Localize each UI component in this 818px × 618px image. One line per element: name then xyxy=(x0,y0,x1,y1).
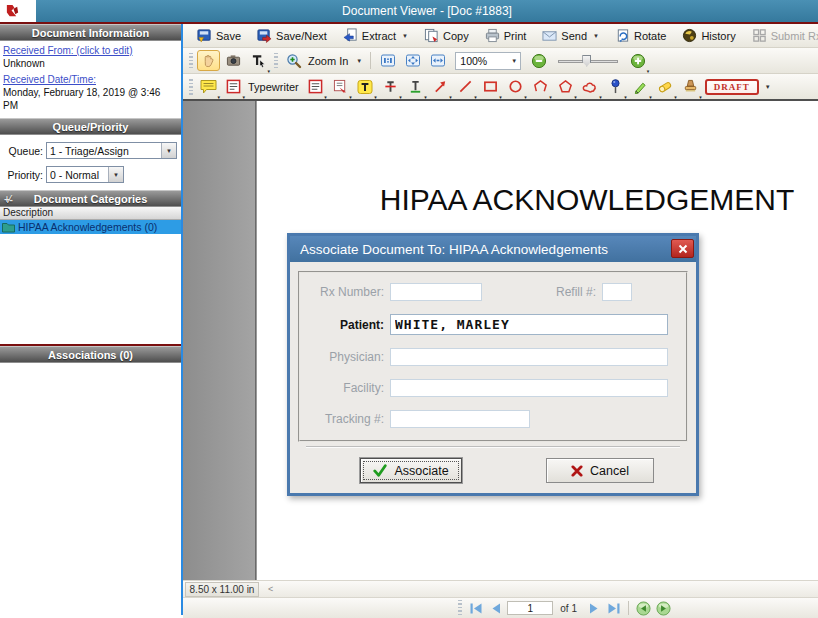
dialog-titlebar[interactable]: Associate Document To: HIPAA Acknowledge… xyxy=(290,236,696,262)
underline-text-tool-button[interactable] xyxy=(404,76,427,97)
dialog-close-button[interactable] xyxy=(671,239,694,258)
queue-select[interactable]: 1 - Triage/Assign ▼ xyxy=(46,142,177,159)
priority-select[interactable]: 0 - Normal ▼ xyxy=(46,166,124,183)
associate-button[interactable]: Associate xyxy=(360,458,462,483)
facility-input[interactable] xyxy=(390,379,668,397)
send-button[interactable]: Send ▼ xyxy=(537,26,604,46)
document-categories-header-label: Document Categories xyxy=(34,193,148,205)
category-row-selected[interactable]: HIPAA Acknowledgements (0) xyxy=(0,220,181,234)
toolbar-separator xyxy=(370,52,371,69)
hand-tool-button[interactable] xyxy=(197,50,220,71)
patient-input[interactable] xyxy=(390,314,668,335)
zoom-mode-dropdown-arrow-icon[interactable]: ▼ xyxy=(356,58,362,64)
toolbar-grip[interactable] xyxy=(189,79,193,95)
send-icon xyxy=(542,28,557,43)
toolbar-grip[interactable] xyxy=(274,53,278,69)
text-note-tool-button[interactable] xyxy=(222,76,245,97)
pdf-app-icon xyxy=(5,4,20,19)
history-back-button[interactable] xyxy=(635,600,652,616)
select-text-tool-button[interactable] xyxy=(247,50,270,71)
dialog-close-icon xyxy=(678,244,688,254)
collapse-chevron-icon[interactable]: < xyxy=(268,584,273,594)
last-page-button[interactable] xyxy=(605,600,622,616)
save-button[interactable]: Save xyxy=(192,26,246,46)
description-column-header[interactable]: Description xyxy=(0,207,181,220)
note-export-tool-button[interactable] xyxy=(329,76,352,97)
physician-label: Physician: xyxy=(300,350,390,364)
pushpin-tool-button[interactable] xyxy=(604,76,627,97)
rx-number-input[interactable] xyxy=(390,283,482,301)
page-size-indicator: 8.50 x 11.00 in xyxy=(185,582,259,597)
extract-dropdown-arrow-icon[interactable]: ▼ xyxy=(402,33,408,39)
zoom-level-combo[interactable]: 100% ▼ xyxy=(455,52,521,70)
ellipse-tool-button[interactable] xyxy=(504,76,527,97)
highlighter-icon xyxy=(657,79,673,94)
cancel-button[interactable]: Cancel xyxy=(546,458,654,483)
note-box-icon xyxy=(308,79,323,94)
dialog-body: Rx Number: Refill #: Patient: Physician:… xyxy=(290,262,696,493)
patient-label: Patient: xyxy=(300,318,390,332)
cloud-tool-button[interactable] xyxy=(579,76,602,97)
refill-input[interactable] xyxy=(602,283,632,301)
zoom-in-label: Zoom In xyxy=(308,55,348,67)
received-from-link[interactable]: Received From: (click to edit) xyxy=(3,44,178,57)
add-remove-category-icon[interactable] xyxy=(4,192,12,208)
copy-button[interactable]: Copy xyxy=(419,26,474,46)
zoom-slider[interactable] xyxy=(558,54,618,68)
zoom-in-step-button[interactable] xyxy=(626,50,649,71)
nav-grip[interactable] xyxy=(458,600,462,616)
category-row-label: HIPAA Acknowledgements (0) xyxy=(18,221,157,233)
page-number-input[interactable] xyxy=(507,601,553,615)
zoom-slider-thumb[interactable] xyxy=(582,55,591,67)
extract-button[interactable]: Extract ▼ xyxy=(338,26,413,46)
document-information-header: Document Information xyxy=(0,24,181,41)
submit-rx-button[interactable]: Submit Rx xyxy=(747,26,818,46)
note-box-tool-button[interactable] xyxy=(304,76,327,97)
arrow-tool-button[interactable] xyxy=(429,76,452,97)
fit-width-button[interactable] xyxy=(426,50,449,71)
physician-input[interactable] xyxy=(390,348,668,366)
toolbar-grip[interactable] xyxy=(189,53,193,69)
draft-stamp-button[interactable]: DRAFT xyxy=(705,79,759,95)
select-text-icon xyxy=(251,53,266,68)
received-date-link[interactable]: Received Date/Time: xyxy=(3,73,178,86)
history-forward-button[interactable] xyxy=(655,600,672,616)
rectangle-annotation-icon xyxy=(483,79,498,94)
typewriter-label[interactable]: Typewriter xyxy=(248,81,299,93)
text-note-icon xyxy=(226,79,241,94)
line-tool-button[interactable] xyxy=(454,76,477,97)
submit-rx-icon xyxy=(752,28,767,43)
queue-select-value: 1 - Triage/Assign xyxy=(50,145,129,157)
priority-select-arrow-icon[interactable]: ▼ xyxy=(108,167,123,182)
pentagon-tool-button[interactable] xyxy=(554,76,577,97)
history-icon xyxy=(682,28,697,43)
underline-text-icon xyxy=(408,79,423,94)
tracking-number-input[interactable] xyxy=(390,410,530,428)
previous-page-button[interactable] xyxy=(487,600,504,616)
save-next-button[interactable]: Save/Next xyxy=(252,26,332,46)
fit-page-button[interactable] xyxy=(401,50,424,71)
pencil-tool-button[interactable] xyxy=(629,76,652,97)
highlighter-tool-button[interactable] xyxy=(654,76,677,97)
stamp-tool-button[interactable] xyxy=(679,76,702,97)
first-page-button[interactable] xyxy=(467,600,484,616)
actual-size-button[interactable] xyxy=(376,50,399,71)
send-dropdown-arrow-icon[interactable]: ▼ xyxy=(593,33,599,39)
rectangle-tool-button[interactable] xyxy=(479,76,502,97)
zoom-in-tool-button[interactable] xyxy=(282,50,305,71)
save-icon xyxy=(197,28,212,43)
polygon-tool-button[interactable] xyxy=(529,76,552,97)
highlight-text-tool-button[interactable] xyxy=(354,76,377,97)
rotate-button[interactable]: Rotate xyxy=(610,26,671,46)
sticky-note-tool-button[interactable] xyxy=(197,76,220,97)
zoom-level-dropdown-arrow-icon[interactable]: ▼ xyxy=(511,58,517,64)
print-button[interactable]: Print xyxy=(480,26,532,46)
extract-button-label: Extract xyxy=(362,30,396,42)
zoom-out-button[interactable] xyxy=(527,50,550,71)
stamp-dropdown-arrow-icon[interactable]: ▼ xyxy=(765,84,771,90)
queue-select-arrow-icon[interactable]: ▼ xyxy=(161,143,176,158)
strikeout-text-tool-button[interactable] xyxy=(379,76,402,97)
history-button[interactable]: History xyxy=(677,26,740,46)
snapshot-tool-button[interactable] xyxy=(222,50,245,71)
next-page-button[interactable] xyxy=(585,600,602,616)
